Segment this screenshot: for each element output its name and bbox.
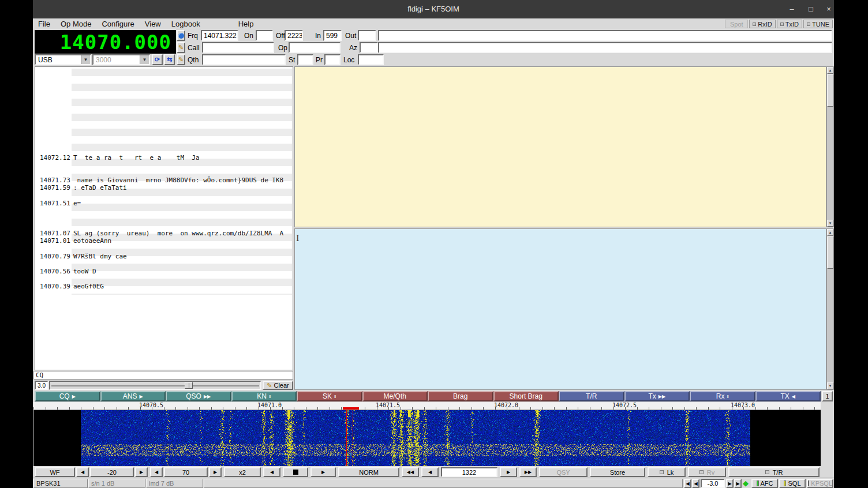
bandwidth-combo[interactable]: 3000 ▼: [92, 54, 150, 65]
macro-button-qso[interactable]: QSO▶▶: [166, 391, 231, 401]
zoom-button[interactable]: x2: [224, 467, 261, 477]
afc-toggle[interactable]: AFC: [751, 479, 778, 488]
menu-file[interactable]: File: [33, 18, 55, 29]
clear-call-button[interactable]: ✎: [177, 42, 185, 53]
macro-button-rx[interactable]: Rx‖: [690, 391, 755, 401]
carrier-left-button[interactable]: ◀: [421, 467, 439, 477]
txid-toggle[interactable]: TxID: [777, 20, 802, 28]
squelch-slider[interactable]: [49, 381, 261, 390]
range-down-button[interactable]: ◀: [150, 467, 163, 477]
offset-left-button[interactable]: ◀: [684, 479, 691, 488]
range-value[interactable]: 70: [164, 467, 208, 477]
menu-logbook[interactable]: Logbook: [166, 18, 205, 29]
browser-line[interactable]: 14072.12T te a ra t rt e a tM Ja: [35, 154, 293, 162]
offset-left-fine-button[interactable]: ◀: [692, 479, 699, 488]
close-button[interactable]: ×: [823, 4, 835, 14]
frequency-field[interactable]: 14071.322: [201, 30, 238, 41]
titlebar[interactable]: fldigi – KF5OIM – □ ×: [33, 0, 834, 18]
range-up-button[interactable]: ▶: [209, 467, 222, 477]
macro-button-brag[interactable]: Brag: [428, 391, 493, 401]
macro-button-cq[interactable]: CQ▶: [35, 391, 100, 401]
macro-button-ans[interactable]: ANS▶: [100, 391, 166, 401]
menu-view[interactable]: View: [140, 18, 166, 29]
macro-button-tx[interactable]: TX◀: [755, 391, 821, 401]
browser-line[interactable]: 14071.07SL ag (sorry ureau) more on www.…: [35, 230, 293, 237]
wf-scroll-right-button[interactable]: ▶: [310, 467, 336, 477]
scroll-up-icon[interactable]: ▲: [827, 229, 833, 236]
tx-scrollbar[interactable]: ▲ ▼: [826, 228, 834, 390]
az-field[interactable]: [360, 42, 378, 53]
menu-configure[interactable]: Configure: [96, 18, 139, 29]
macro-button-short-brag[interactable]: Short Brag: [493, 391, 559, 401]
browser-line[interactable]: 14071.51e=: [35, 200, 293, 207]
tune-toggle[interactable]: TUNE: [803, 20, 833, 28]
macro-button-sk[interactable]: SK‖: [297, 391, 362, 401]
qth-field[interactable]: [202, 54, 286, 65]
qsy-button[interactable]: QSY: [539, 467, 588, 477]
reverse-toggle[interactable]: Rv: [688, 467, 726, 477]
macro-set-button[interactable]: 1: [822, 391, 833, 401]
macro-button-tx[interactable]: Tx▶▶: [624, 391, 690, 401]
sql-toggle[interactable]: SQL: [779, 479, 806, 488]
macro-button-me-qth[interactable]: Me/Qth: [362, 391, 428, 401]
signal-browser[interactable]: 14072.12T te a ra t rt e a tM Ja14071.73…: [35, 66, 293, 370]
browser-line[interactable]: 14071.01eotoaeeAnn: [35, 237, 293, 245]
rxid-toggle[interactable]: RxID: [749, 20, 775, 28]
op-field[interactable]: [289, 42, 341, 53]
rst-out-field[interactable]: [358, 30, 376, 41]
spot-toggle[interactable]: Spot: [725, 20, 748, 28]
minimize-button[interactable]: –: [786, 4, 798, 14]
swap-button[interactable]: ⇆: [164, 54, 175, 65]
carrier-frequency-value[interactable]: 1322: [441, 467, 497, 477]
browser-line[interactable]: 14070.79W7RšBl dmy cae: [35, 253, 293, 260]
offset-right-fine-button[interactable]: ▶: [726, 479, 734, 488]
rx-scrollbar[interactable]: ▲ ▼: [826, 66, 834, 227]
time-off-field[interactable]: 2223: [285, 30, 303, 41]
mode-combo[interactable]: USB ▼: [35, 54, 91, 65]
tx-scrollbar-thumb[interactable]: [827, 237, 833, 269]
browser-search-line[interactable]: CQ: [33, 371, 293, 380]
kpsql-toggle[interactable]: KPSQL: [807, 479, 833, 488]
ref-up-button[interactable]: ▶: [135, 467, 148, 477]
slider-thumb[interactable]: [185, 382, 193, 389]
macro-button-kn[interactable]: KN‖: [231, 391, 297, 401]
carrier-right-button[interactable]: ▶: [500, 467, 517, 477]
lock-toggle[interactable]: Lk: [648, 467, 686, 477]
menu-help[interactable]: Help: [233, 18, 259, 29]
browser-line[interactable]: 14070.39aeoGf0EG: [35, 283, 293, 290]
rx-scrollbar-thumb[interactable]: [827, 74, 833, 107]
notes-field-1[interactable]: [378, 30, 832, 41]
waterfall-canvas[interactable]: [33, 410, 821, 466]
wf-scroll-left-button[interactable]: ◀: [263, 467, 280, 477]
browser-line[interactable]: 14071.73 name is Giovanni mrno JM88DVfo:…: [35, 177, 293, 184]
st-field[interactable]: [297, 54, 313, 65]
maximize-button[interactable]: □: [805, 4, 817, 14]
macro-button-t-r[interactable]: T/R: [559, 391, 624, 401]
ref-down-button[interactable]: ◀: [76, 467, 89, 477]
loc-field[interactable]: [358, 54, 384, 65]
carrier-fast-left-button[interactable]: ◀◀: [402, 467, 419, 477]
carrier-fast-right-button[interactable]: ▶▶: [519, 467, 537, 477]
chevron-down-icon[interactable]: ▼: [140, 55, 149, 64]
browser-line[interactable]: 14070.56tooW D: [35, 268, 293, 275]
chevron-down-icon[interactable]: ▼: [81, 55, 90, 64]
restore-defaults-button[interactable]: ⟳: [152, 54, 163, 65]
offset-right-button[interactable]: ▶: [734, 479, 742, 488]
qsy-lookup-button[interactable]: [177, 30, 185, 41]
wf-speed-button[interactable]: NORM: [338, 467, 399, 477]
wf-mode-button[interactable]: WF: [35, 467, 75, 477]
rst-in-field[interactable]: 599: [323, 30, 342, 41]
ref-level-value[interactable]: -20: [90, 467, 134, 477]
clear-button[interactable]: ✎ Clear: [263, 381, 293, 390]
scroll-down-icon[interactable]: ▼: [827, 382, 833, 389]
call-field[interactable]: [202, 42, 274, 53]
clear-qth-button[interactable]: ✎: [177, 54, 185, 65]
browser-line[interactable]: 14071.59: eTaD eTaTati: [35, 184, 293, 192]
scroll-up-icon[interactable]: ▲: [827, 67, 833, 74]
mode-status[interactable]: BPSK31: [33, 479, 88, 488]
notes-field-2[interactable]: [378, 42, 832, 53]
wf-stop-button[interactable]: [283, 467, 308, 477]
frequency-display[interactable]: 14070.000: [35, 30, 176, 54]
tx-text-panel[interactable]: I: [294, 228, 826, 390]
store-button[interactable]: Store: [590, 467, 645, 477]
